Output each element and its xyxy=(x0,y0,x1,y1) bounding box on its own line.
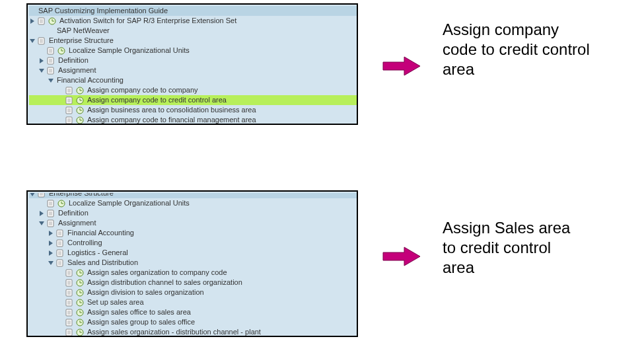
expand-closed-icon[interactable] xyxy=(48,239,55,247)
document-icon[interactable] xyxy=(65,96,74,105)
document-icon[interactable] xyxy=(46,219,55,228)
document-icon[interactable] xyxy=(65,268,74,278)
expand-closed-icon[interactable] xyxy=(29,17,37,25)
activity-icon[interactable] xyxy=(75,308,85,317)
expand-open-icon[interactable] xyxy=(29,193,37,198)
svg-marker-0 xyxy=(30,19,34,24)
tree-row[interactable]: Activation Switch for SAP R/3 Enterprise… xyxy=(29,16,357,26)
document-icon[interactable] xyxy=(55,248,65,258)
activity-icon[interactable] xyxy=(75,278,85,287)
activity-icon[interactable] xyxy=(75,86,85,95)
tree-row[interactable]: Assign company code to credit control ar… xyxy=(29,95,357,105)
tree-row[interactable]: Assign company code to company xyxy=(29,85,357,95)
document-icon[interactable] xyxy=(65,328,74,337)
expand-placeholder xyxy=(57,328,65,336)
svg-marker-91 xyxy=(49,241,53,246)
tree-row-label: Localize Sample Organizational Units xyxy=(67,198,190,208)
tree-row-label: Assign sales organization to company cod… xyxy=(86,268,227,278)
tree-row[interactable]: Assignment xyxy=(29,218,357,228)
expand-placeholder xyxy=(57,289,65,297)
tree-row[interactable]: Assignment xyxy=(29,65,357,75)
expand-placeholder xyxy=(57,279,65,287)
tree-row[interactable]: Sales and Distribution xyxy=(29,258,357,268)
tree-row-label: Definition xyxy=(57,56,89,65)
expand-open-icon[interactable] xyxy=(48,77,55,85)
document-icon[interactable] xyxy=(46,56,55,65)
document-icon[interactable] xyxy=(65,86,74,95)
tree-row[interactable]: Controlling xyxy=(29,238,357,248)
activity-icon[interactable] xyxy=(75,328,85,337)
tree-row[interactable]: Assign sales group to sales office xyxy=(29,317,357,327)
activity-icon[interactable] xyxy=(75,96,85,105)
expand-open-icon[interactable] xyxy=(38,219,46,227)
expand-placeholder xyxy=(57,116,65,124)
tree-row-label: Controlling xyxy=(66,238,102,248)
document-icon[interactable] xyxy=(37,17,46,26)
activity-icon[interactable] xyxy=(57,199,66,208)
tree-row[interactable]: Assign division to sales organization xyxy=(29,287,357,297)
tree-row-label: Assign business area to consolidation bu… xyxy=(86,105,256,115)
document-icon[interactable] xyxy=(65,116,74,125)
tree-row[interactable]: Localize Sample Organizational Units xyxy=(29,198,357,208)
tree-row[interactable]: Assign sales office to sales area xyxy=(29,307,357,317)
expand-closed-icon[interactable] xyxy=(38,210,46,217)
expand-placeholder xyxy=(57,269,65,277)
tree-row[interactable]: Definition xyxy=(29,56,357,65)
tree-row-label: Assign sales office to sales area xyxy=(86,307,191,317)
document-icon[interactable] xyxy=(65,278,74,287)
tree-row-label: Sales and Distribution xyxy=(66,258,138,268)
document-icon[interactable] xyxy=(46,46,55,56)
tree-row[interactable]: Definition xyxy=(29,208,357,218)
caption-line: Assign company xyxy=(443,20,634,40)
expand-closed-icon[interactable] xyxy=(48,249,55,257)
document-icon[interactable] xyxy=(37,193,46,198)
tree-row[interactable]: Financial Accounting xyxy=(29,75,357,85)
activity-icon[interactable] xyxy=(75,298,85,307)
activity-icon[interactable] xyxy=(57,46,66,56)
activity-icon[interactable] xyxy=(48,17,57,26)
expand-open-icon[interactable] xyxy=(38,67,46,75)
document-icon[interactable] xyxy=(65,106,74,115)
tree-row[interactable]: Assign sales organization to company cod… xyxy=(29,268,357,278)
expand-placeholder xyxy=(38,47,46,55)
expand-closed-icon[interactable] xyxy=(38,57,46,65)
tree-row[interactable]: Set up sales area xyxy=(29,297,357,307)
expand-open-icon[interactable] xyxy=(29,37,37,45)
tree-row[interactable]: Enterprise Structure xyxy=(29,36,357,46)
document-icon[interactable] xyxy=(55,229,65,238)
tree-row[interactable]: Localize Sample Organizational Units xyxy=(29,46,357,56)
tree-row[interactable]: Assign sales organization - distribution… xyxy=(29,327,357,337)
tree-row-label: Assign company code to company xyxy=(86,85,198,95)
expand-placeholder xyxy=(57,309,65,317)
activity-icon[interactable] xyxy=(75,106,85,115)
tree-row[interactable]: SAP NetWeaver xyxy=(29,26,357,36)
tree-row[interactable]: Assign company code to financial managem… xyxy=(29,115,357,125)
document-icon[interactable] xyxy=(65,308,74,317)
document-icon[interactable] xyxy=(55,239,65,248)
document-icon[interactable] xyxy=(65,318,74,327)
document-icon[interactable] xyxy=(37,36,46,46)
tree-row[interactable]: Financial Accounting xyxy=(29,228,357,238)
activity-icon[interactable] xyxy=(75,268,85,278)
document-icon[interactable] xyxy=(46,209,55,218)
document-icon[interactable] xyxy=(65,288,74,297)
tree-row-label: Assign company code to credit control ar… xyxy=(86,95,227,105)
tree-row[interactable]: SAP Customizing Implementation Guide xyxy=(29,6,357,16)
document-icon[interactable] xyxy=(46,199,55,208)
tree-row-label: Enterprise Structure xyxy=(48,36,114,46)
expand-closed-icon[interactable] xyxy=(48,229,55,237)
document-icon[interactable] xyxy=(55,258,65,268)
document-icon[interactable] xyxy=(65,298,74,307)
tree-row[interactable]: Assign distribution channel to sales org… xyxy=(29,278,357,287)
activity-icon[interactable] xyxy=(75,318,85,327)
expand-open-icon[interactable] xyxy=(48,259,55,267)
tree-row-label: Set up sales area xyxy=(86,297,144,307)
svg-marker-96 xyxy=(49,250,53,256)
tree-row[interactable]: Assign business area to consolidation bu… xyxy=(29,105,357,115)
tree-row[interactable]: Logistics - General xyxy=(29,248,357,258)
tree-row[interactable]: Enterprise Structure xyxy=(29,193,357,198)
activity-icon[interactable] xyxy=(75,116,85,125)
svg-marker-173 xyxy=(383,247,420,266)
document-icon[interactable] xyxy=(46,66,55,75)
activity-icon[interactable] xyxy=(75,288,85,297)
